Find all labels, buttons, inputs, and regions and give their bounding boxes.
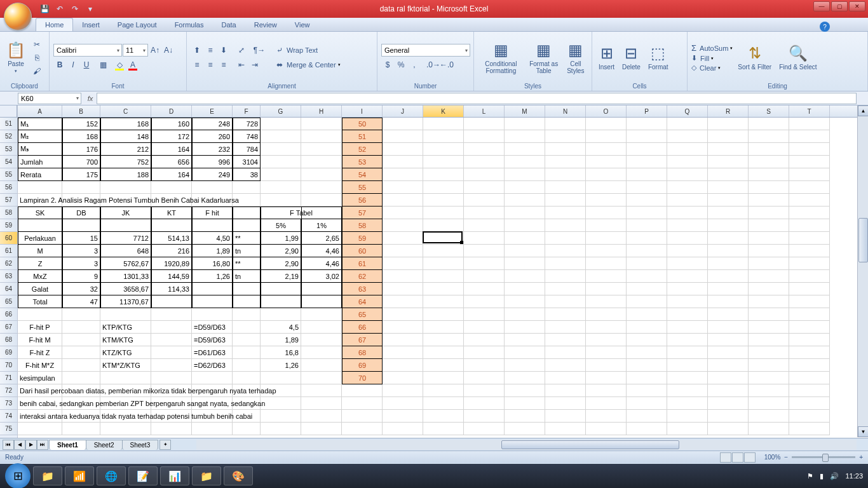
cell[interactable] [192, 308, 233, 321]
cell[interactable]: KTP/KTG [100, 321, 151, 334]
column-header[interactable]: R [708, 105, 749, 117]
cell[interactable] [789, 384, 830, 397]
row-header[interactable]: 70 [0, 359, 17, 372]
sort-filter-button[interactable]: ⇅Sort & Filter [735, 43, 774, 72]
cell[interactable] [261, 295, 301, 308]
cell[interactable] [233, 283, 261, 295]
paste-button[interactable]: 📋Paste▾ [4, 40, 28, 75]
cell[interactable] [505, 410, 545, 423]
cell[interactable] [261, 410, 301, 423]
cell[interactable] [586, 207, 627, 219]
row-header[interactable]: 63 [0, 270, 17, 283]
cell[interactable] [151, 295, 192, 308]
cell[interactable] [261, 372, 301, 384]
cell[interactable]: 32 [62, 283, 100, 295]
cell[interactable] [545, 232, 586, 245]
cell[interactable] [423, 143, 464, 156]
column-header[interactable]: P [627, 105, 667, 117]
cell[interactable] [383, 283, 423, 295]
cell[interactable]: 47 [62, 295, 100, 308]
cell[interactable] [151, 308, 192, 321]
cell[interactable]: Lampiran 2. Analisis Ragam Potensi Tumbu… [18, 194, 62, 207]
cell[interactable] [627, 168, 667, 181]
cell[interactable] [789, 423, 830, 435]
cell[interactable]: 70 [342, 372, 383, 384]
cell[interactable]: 53 [342, 156, 383, 168]
cell[interactable] [261, 194, 301, 207]
cell[interactable] [383, 232, 423, 245]
cell[interactable] [545, 295, 586, 308]
cell[interactable] [423, 168, 464, 181]
tab-home[interactable]: Home [36, 18, 73, 31]
cell[interactable] [464, 168, 505, 181]
cell[interactable] [505, 181, 545, 194]
cell[interactable] [301, 346, 342, 359]
column-header[interactable]: D [151, 105, 192, 117]
zoom-out-icon[interactable]: − [784, 454, 788, 461]
insert-cells-button[interactable]: ⊞Insert [596, 43, 617, 72]
cell[interactable]: Rerata [18, 168, 62, 181]
cell[interactable] [301, 194, 342, 207]
sheet-nav-first-icon[interactable]: ⏮ [3, 440, 14, 450]
cell[interactable]: 168 [62, 130, 100, 143]
cell[interactable]: 168 [100, 118, 151, 130]
cell[interactable]: F Tabel [261, 207, 342, 219]
cell-styles-button[interactable]: ▦Cell Styles [564, 40, 588, 76]
cell[interactable] [62, 372, 100, 384]
formula-input[interactable] [97, 93, 857, 104]
format-painter-icon[interactable]: 🖌 [31, 65, 43, 78]
cell[interactable] [627, 219, 667, 232]
system-tray[interactable]: ⚑ ▮ 🔊 11:23 [807, 472, 863, 480]
vertical-scrollbar[interactable]: ▲ ▼ [857, 105, 868, 437]
cell[interactable]: 67 [342, 334, 383, 346]
cell[interactable]: interaksi antara keduanya tidak nyata te… [18, 410, 62, 423]
font-name-combo[interactable]: Calibri [53, 44, 122, 57]
cell[interactable] [627, 257, 667, 270]
scroll-down-icon[interactable]: ▼ [858, 426, 868, 437]
cell[interactable]: 212 [100, 143, 151, 156]
sheet-nav-last-icon[interactable]: ⏭ [37, 440, 48, 450]
cell[interactable] [233, 207, 261, 219]
cell[interactable] [749, 130, 789, 143]
cell[interactable] [545, 334, 586, 346]
cell[interactable]: 51 [342, 130, 383, 143]
cell[interactable] [261, 130, 301, 143]
cell[interactable]: 60 [342, 245, 383, 257]
cell[interactable] [62, 219, 100, 232]
cell[interactable]: 176 [62, 143, 100, 156]
cell[interactable] [261, 168, 301, 181]
row-header[interactable]: 52 [0, 130, 17, 143]
cell[interactable]: F-hit P [18, 321, 62, 334]
cell[interactable] [464, 232, 505, 245]
cell[interactable] [708, 283, 749, 295]
cell[interactable] [342, 410, 383, 423]
copy-icon[interactable]: ⎘ [31, 51, 43, 64]
cell[interactable] [233, 295, 261, 308]
cell[interactable] [151, 181, 192, 194]
cell[interactable] [464, 194, 505, 207]
cell[interactable]: tn [233, 270, 261, 283]
cell[interactable] [233, 308, 261, 321]
cell[interactable]: 2,19 [261, 270, 301, 283]
autosum-button[interactable]: Σ AutoSum▾ [691, 43, 733, 53]
cell[interactable] [301, 181, 342, 194]
tray-volume-icon[interactable]: 🔊 [830, 472, 839, 480]
page-layout-view-icon[interactable] [732, 452, 743, 463]
cell[interactable]: 648 [100, 245, 151, 257]
cell[interactable]: 514,13 [151, 232, 192, 245]
cell[interactable] [667, 283, 708, 295]
merge-center-button[interactable]: ⬌Merge & Center▾ [273, 58, 341, 71]
cell[interactable] [627, 130, 667, 143]
cell[interactable] [233, 321, 261, 334]
column-header[interactable]: L [464, 105, 505, 117]
cell[interactable]: 50 [342, 118, 383, 130]
decrease-indent-icon[interactable]: ⇤ [235, 58, 248, 71]
cell[interactable] [151, 423, 192, 435]
clear-button[interactable]: ◇ Clear▾ [691, 64, 733, 72]
cell[interactable] [383, 207, 423, 219]
cell[interactable] [627, 334, 667, 346]
row-header[interactable]: 51 [0, 118, 17, 130]
cell[interactable] [708, 181, 749, 194]
cell[interactable] [586, 118, 627, 130]
cell[interactable] [464, 181, 505, 194]
